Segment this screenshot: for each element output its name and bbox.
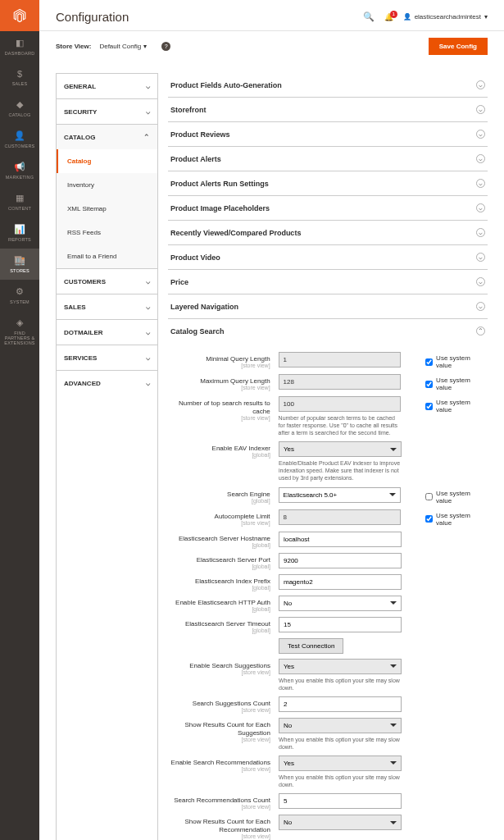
top-results-cache-input: [279, 396, 402, 412]
section-price[interactable]: Price⌵: [168, 270, 488, 294]
results-count-suggestion-select[interactable]: No: [279, 718, 402, 733]
store-view-dropdown[interactable]: Default Config ▾: [99, 43, 147, 50]
field-enable-suggestions: Enable Search Suggestions[store view] Ye…: [168, 656, 488, 694]
expand-icon: ⌵: [476, 179, 485, 188]
chevron-up-icon: ⌃: [143, 133, 150, 141]
tab-catalog-catalog[interactable]: Catalog: [57, 149, 157, 173]
es-timeout-input[interactable]: [279, 617, 402, 632]
nav-customers[interactable]: 👤CUSTOMERS: [0, 124, 39, 155]
expand-icon: ⌵: [476, 203, 485, 212]
config-tabs: GENERAL⌵ SECURITY⌵ CATALOG⌃ Catalog Inve…: [56, 73, 158, 840]
chevron-down-icon: ⌵: [146, 354, 150, 362]
field-es-prefix: Elasticsearch Index Prefix[global]: [168, 572, 488, 593]
section-product-fields-auto[interactable]: Product Fields Auto-Generation⌵: [168, 73, 488, 97]
minimal-query-length-input: [279, 352, 402, 368]
expand-icon: ⌵: [476, 105, 485, 114]
test-connection-button[interactable]: Test Connection: [279, 638, 343, 654]
es-http-auth-select[interactable]: No: [279, 596, 402, 611]
enable-suggestions-select[interactable]: Yes: [279, 659, 402, 674]
chevron-down-icon: ⌵: [146, 303, 150, 311]
section-recently-viewed[interactable]: Recently Viewed/Compared Products⌵: [168, 221, 488, 244]
nav-system[interactable]: ⚙SYSTEM: [0, 280, 39, 311]
expand-icon: ⌵: [476, 228, 485, 237]
help-icon[interactable]: ?: [161, 42, 170, 51]
dashboard-icon: ◧: [16, 38, 24, 48]
main-content: Configuration 🔍 🔔1 👤 elasticsearchadmint…: [39, 0, 504, 840]
recommendations-count-input[interactable]: [279, 793, 402, 809]
use-system-min-query[interactable]: [425, 358, 433, 366]
results-count-recommendation-select[interactable]: No: [279, 815, 402, 830]
search-icon[interactable]: 🔍: [363, 11, 375, 22]
admin-account-dropdown[interactable]: 👤 elasticsearchadmintest ▾: [403, 13, 488, 21]
sales-icon: $: [17, 69, 22, 79]
section-storefront[interactable]: Storefront⌵: [168, 98, 488, 121]
tab-dotmailer[interactable]: DOTMAILER⌵: [57, 320, 157, 345]
section-product-video[interactable]: Product Video⌵: [168, 245, 488, 269]
notifications-icon[interactable]: 🔔1: [384, 13, 393, 21]
tab-customers[interactable]: CUSTOMERS⌵: [57, 269, 157, 294]
tab-catalog[interactable]: CATALOG⌃: [57, 125, 157, 149]
content-icon: ▦: [16, 193, 24, 203]
use-system-max-query[interactable]: [425, 381, 433, 388]
tab-sales[interactable]: SALES⌵: [57, 294, 157, 319]
field-enable-recommendations: Enable Search Recommendations[store view…: [168, 753, 488, 791]
enable-eav-select[interactable]: Yes: [279, 441, 402, 457]
nav-marketing[interactable]: 📢MARKETING: [0, 155, 39, 186]
extensions-icon: ◈: [16, 317, 23, 328]
nav-sales[interactable]: $SALES: [0, 62, 39, 93]
section-layered-navigation[interactable]: Layered Navigation⌵: [168, 294, 488, 318]
enable-recommendations-select[interactable]: Yes: [279, 756, 402, 771]
field-top-results-cache: Number of top search results to cache[st…: [168, 394, 488, 439]
es-port-input[interactable]: [279, 553, 402, 568]
tab-services[interactable]: SERVICES⌵: [57, 345, 157, 370]
section-product-alerts[interactable]: Product Alerts⌵: [168, 147, 488, 171]
nav-catalog[interactable]: ◆CATALOG: [0, 93, 39, 124]
toolbar: Store View: Default Config ▾ ? Save Conf…: [39, 30, 504, 62]
chevron-down-icon: ▾: [143, 43, 147, 50]
suggestions-count-input[interactable]: [279, 696, 402, 712]
field-recommendations-count: Search Recommendations Count[store view]: [168, 791, 488, 812]
field-minimal-query-length: Minimal Query Length[store view] Use sys…: [168, 349, 488, 372]
expand-icon: ⌵: [476, 154, 485, 163]
field-suggestions-count: Search Suggestions Count[store view]: [168, 694, 488, 715]
admin-sidebar: ◧DASHBOARD $SALES ◆CATALOG 👤CUSTOMERS 📢M…: [0, 0, 39, 840]
chevron-down-icon: ⌵: [146, 379, 150, 387]
field-enable-eav: Enable EAV Indexer[global] YesEnable/Dis…: [168, 439, 488, 484]
magento-logo[interactable]: [0, 0, 39, 31]
nav-reports[interactable]: 📊REPORTS: [0, 217, 39, 249]
use-system-top-results[interactable]: [425, 403, 433, 410]
tab-advanced[interactable]: ADVANCED⌵: [57, 371, 157, 395]
es-prefix-input[interactable]: [279, 574, 402, 590]
expand-icon: ⌵: [476, 130, 485, 139]
page-title: Configuration: [56, 10, 129, 24]
field-test-connection: Test Connection: [168, 636, 488, 656]
tab-catalog-email-friend[interactable]: Email to a Friend: [57, 244, 157, 268]
es-hostname-input[interactable]: [279, 532, 402, 547]
tab-security[interactable]: SECURITY⌵: [57, 99, 157, 124]
section-product-alerts-run[interactable]: Product Alerts Run Settings⌵: [168, 171, 488, 195]
marketing-icon: 📢: [14, 162, 25, 172]
save-config-button[interactable]: Save Config: [429, 38, 488, 55]
chevron-down-icon: ⌵: [146, 328, 150, 336]
tab-catalog-inventory[interactable]: Inventory: [57, 173, 157, 197]
nav-stores[interactable]: 🏬STORES: [0, 249, 39, 280]
section-product-reviews[interactable]: Product Reviews⌵: [168, 122, 488, 146]
tab-catalog-xml-sitemap[interactable]: XML Sitemap: [57, 197, 157, 221]
section-product-image-placeholders[interactable]: Product Image Placeholders⌵: [168, 196, 488, 220]
field-search-engine: Search Engine[global] Elasticsearch 5.0+…: [168, 485, 488, 507]
use-system-autocomplete[interactable]: [425, 515, 433, 523]
expand-icon: ⌵: [476, 253, 485, 262]
section-catalog-search-header[interactable]: Catalog Search⌃: [168, 319, 488, 343]
section-catalog-search: Catalog Search⌃ Minimal Query Length[sto…: [168, 319, 488, 840]
collapse-icon: ⌃: [476, 326, 485, 336]
system-icon: ⚙: [16, 286, 24, 297]
nav-content[interactable]: ▦CONTENT: [0, 186, 39, 217]
nav-extensions[interactable]: ◈FIND PARTNERS & EXTENSIONS: [0, 311, 39, 352]
tab-general[interactable]: GENERAL⌵: [57, 74, 157, 98]
field-results-count-suggestion: Show Results Count for Each Suggestion[s…: [168, 715, 488, 753]
nav-dashboard[interactable]: ◧DASHBOARD: [0, 31, 39, 62]
user-icon: 👤: [403, 13, 411, 21]
use-system-search-engine[interactable]: [425, 493, 433, 500]
tab-catalog-rss-feeds[interactable]: RSS Feeds: [57, 221, 157, 244]
search-engine-select[interactable]: Elasticsearch 5.0+: [279, 487, 402, 503]
